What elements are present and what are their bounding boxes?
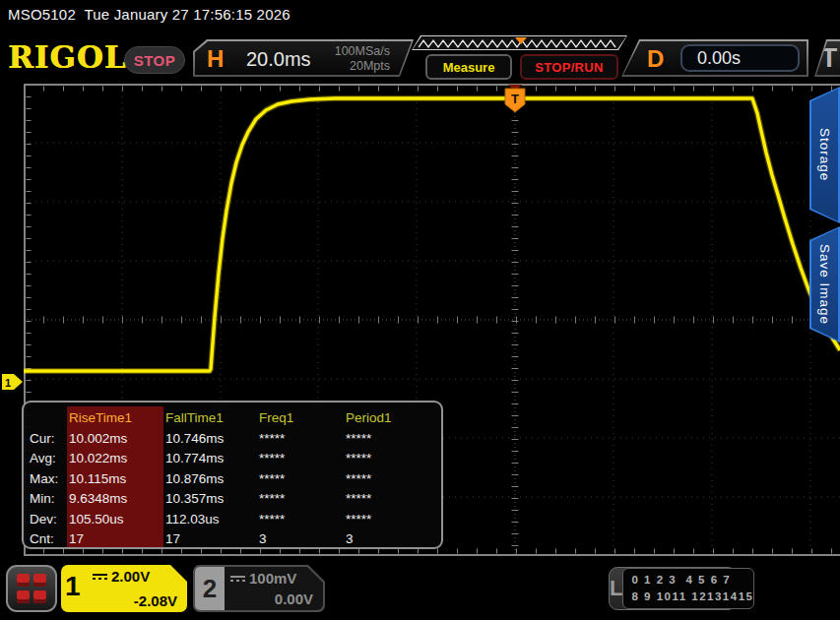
timebase-value: 20.0ms	[246, 48, 311, 71]
measurement-cell: Avg:	[28, 449, 67, 469]
measurement-cell: *****	[257, 509, 344, 529]
stop-run-button[interactable]: STOP/RUN	[520, 54, 618, 80]
measurement-row: Avg:10.022ms10.774ms**********	[28, 449, 441, 469]
svg-text:1: 1	[5, 377, 11, 389]
svg-text:T: T	[511, 92, 519, 106]
measurement-cell: 10.002ms	[67, 428, 163, 449]
measurement-cell: *****	[344, 428, 437, 449]
measurement-cell: Period1	[344, 406, 437, 428]
channel1-level-marker[interactable]: 1	[2, 374, 23, 390]
waveform-overview-strip[interactable]	[412, 35, 627, 50]
tab-save-image-label: Save Image	[817, 244, 832, 325]
channel1-trace-glow	[24, 98, 840, 371]
measurement-cell: FallTime1	[163, 406, 257, 428]
channel2-scale: 100mV	[249, 570, 296, 587]
channel1-panel[interactable]: 1 2.00V -2.08V	[61, 565, 187, 612]
channel1-scale: 2.00V	[111, 568, 150, 585]
dc-coupling-icon	[230, 576, 245, 582]
measurement-cell: 3	[257, 529, 344, 550]
channel1-trace	[24, 98, 840, 371]
measurement-cell: 10.022ms	[67, 449, 163, 469]
measurement-cell: 10.774ms	[163, 449, 257, 469]
measurement-cell: *****	[257, 468, 344, 489]
window-position-marker[interactable]	[515, 37, 527, 44]
measurement-cell: *****	[257, 449, 344, 469]
measurement-cell: Dev:	[28, 509, 67, 529]
measurement-cell: 112.03us	[163, 509, 257, 529]
measurement-cell: Freq1	[257, 406, 344, 428]
measurement-cell: *****	[257, 489, 344, 510]
measurement-row: Dev:105.50us112.03us**********	[28, 509, 441, 529]
measurement-cell: Min:	[28, 489, 67, 510]
measurement-cell: 10.746ms	[163, 428, 257, 449]
measurement-cell: 3	[344, 529, 437, 550]
channel1-offset: -2.08V	[93, 592, 181, 609]
oscilloscope-screen: MSO5102 Tue January 27 17:56:15 2026 RIG…	[0, 0, 840, 620]
measurement-cell: Max:	[28, 468, 67, 489]
measurement-cell: 17	[163, 529, 257, 550]
measurement-cell: 10.115ms	[67, 468, 163, 489]
measurement-cell: *****	[344, 509, 437, 529]
run-state-badge: STOP	[124, 46, 185, 74]
measurement-row: Min:9.6348ms10.357ms**********	[28, 489, 441, 510]
measurement-cell: 9.6348ms	[67, 489, 163, 510]
channel1-number: 1	[65, 571, 81, 602]
measurement-cell: RiseTime1	[67, 406, 163, 428]
status-bar: MSO5102 Tue January 27 17:56:15 2026	[8, 6, 291, 23]
measurement-cell: Cur:	[28, 428, 67, 449]
sample-rate: 100MSa/s 20Mpts	[335, 44, 390, 75]
measurement-cell: Cnt:	[28, 529, 67, 550]
measurement-cell: 105.50us	[67, 509, 163, 529]
logic-label: L	[610, 576, 622, 601]
measurement-row: Cnt:171733	[28, 529, 441, 550]
measurement-header-row: RiseTime1FallTime1Freq1Period1	[28, 406, 441, 428]
tab-save-image[interactable]: Save Image	[809, 226, 840, 342]
measurement-table-body: Cur:10.002ms10.746ms**********Avg:10.022…	[28, 428, 441, 549]
channel2-offset: 0.00V	[230, 590, 317, 607]
rigol-logo: RIGOL	[8, 39, 127, 75]
channel2-number: 2	[195, 567, 225, 610]
tab-storage-label: Storage	[817, 128, 832, 181]
delay-block[interactable]: D 0.00s	[621, 39, 808, 77]
datetime: Tue January 27 17:56:15 2026	[84, 6, 290, 23]
measurement-cell	[28, 406, 67, 428]
measurement-cell: *****	[344, 468, 437, 489]
horizontal-label: H	[207, 45, 224, 73]
measurement-table: RiseTime1FallTime1Freq1Period1 Cur:10.00…	[22, 401, 443, 549]
trigger-position-marker[interactable]: T	[505, 85, 525, 112]
grid-icon	[17, 574, 46, 603]
logic-channel-numbers: 0 1 2 3 4 5 6 7 8 9 1011 12131415	[622, 568, 754, 608]
measurement-cell: *****	[257, 428, 344, 449]
measurement-cell: 10.876ms	[163, 468, 257, 489]
logic-channels-panel[interactable]: L 0 1 2 3 4 5 6 7 8 9 1011 12131415	[609, 567, 737, 610]
measurement-cell: 10.357ms	[163, 489, 257, 510]
measurement-row: Max:10.115ms10.876ms**********	[28, 468, 441, 489]
delay-label: D	[647, 45, 664, 73]
tab-storage[interactable]: Storage	[809, 87, 840, 223]
trigger-menu-button[interactable]: T	[814, 39, 840, 77]
measurement-row: Cur:10.002ms10.746ms**********	[28, 428, 441, 449]
model-name: MSO5102	[8, 6, 76, 23]
dc-coupling-icon	[93, 574, 107, 580]
measurement-cell: *****	[344, 489, 437, 510]
horizontal-settings-block[interactable]: H 20.0ms 100MSa/s 20Mpts	[193, 39, 414, 77]
measure-button[interactable]: Measure	[425, 54, 512, 80]
menu-grid-button[interactable]	[6, 565, 57, 612]
channel2-panel[interactable]: 2 100mV 0.00V	[193, 565, 325, 612]
measurement-cell: 17	[67, 529, 163, 550]
delay-value: 0.00s	[680, 44, 800, 72]
measurement-cell: *****	[344, 449, 437, 469]
